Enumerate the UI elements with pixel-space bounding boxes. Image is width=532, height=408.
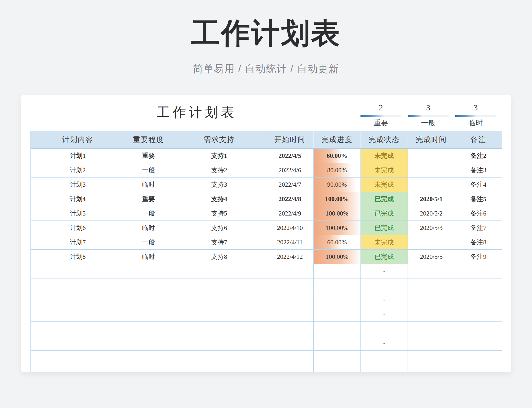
cell-priority[interactable] <box>125 336 172 351</box>
cell-start[interactable] <box>266 278 313 293</box>
cell-finish[interactable] <box>408 178 455 192</box>
cell-note[interactable] <box>455 365 502 372</box>
cell-progress[interactable] <box>313 293 360 307</box>
cell-finish[interactable] <box>408 235 455 250</box>
cell-note[interactable] <box>455 264 502 278</box>
cell-start[interactable] <box>266 307 313 322</box>
cell-plan[interactable]: 计划7 <box>31 235 125 250</box>
cell-finish[interactable] <box>408 293 455 307</box>
cell-status[interactable]: 未完成 <box>360 178 408 192</box>
cell-plan[interactable]: 计划6 <box>31 221 125 235</box>
cell-status[interactable]: 已完成 <box>360 192 408 206</box>
cell-priority[interactable]: 一般 <box>125 163 172 178</box>
cell-status[interactable]: 未完成 <box>360 235 408 250</box>
cell-start[interactable] <box>266 351 313 365</box>
cell-progress[interactable]: 100.00% <box>313 206 360 221</box>
cell-support[interactable]: 支持2 <box>172 163 266 178</box>
cell-status[interactable]: 未完成 <box>360 163 408 178</box>
cell-finish[interactable] <box>408 278 455 293</box>
cell-priority[interactable] <box>125 365 172 372</box>
cell-progress[interactable]: 80.00% <box>313 163 360 178</box>
cell-support[interactable] <box>172 264 266 278</box>
cell-note[interactable] <box>455 278 502 293</box>
cell-priority[interactable]: 一般 <box>125 235 172 250</box>
cell-priority[interactable] <box>125 307 172 322</box>
cell-note[interactable]: 备注8 <box>455 235 502 250</box>
cell-support[interactable]: 支持1 <box>172 149 266 163</box>
cell-priority[interactable] <box>125 264 172 278</box>
cell-support[interactable] <box>172 307 266 322</box>
cell-finish[interactable] <box>408 307 455 322</box>
cell-progress[interactable]: 100.00% <box>313 192 360 206</box>
cell-status[interactable]: - <box>360 264 408 278</box>
cell-start[interactable] <box>266 322 313 336</box>
cell-status[interactable]: 已完成 <box>360 250 408 264</box>
cell-plan[interactable]: 计划8 <box>31 250 125 264</box>
cell-priority[interactable] <box>125 293 172 307</box>
cell-plan[interactable] <box>31 278 125 293</box>
cell-start[interactable]: 2022/4/10 <box>266 221 313 235</box>
cell-plan[interactable]: 计划2 <box>31 163 125 178</box>
cell-status[interactable]: - <box>360 322 408 336</box>
cell-note[interactable] <box>455 307 502 322</box>
cell-note[interactable]: 备注5 <box>455 192 502 206</box>
cell-start[interactable]: 2022/4/5 <box>266 149 313 163</box>
cell-note[interactable]: 备注2 <box>455 149 502 163</box>
cell-note[interactable] <box>455 322 502 336</box>
cell-progress[interactable]: 60.00% <box>313 235 360 250</box>
cell-support[interactable] <box>172 293 266 307</box>
cell-note[interactable]: 备注4 <box>455 178 502 192</box>
cell-finish[interactable] <box>408 149 455 163</box>
cell-finish[interactable]: 2020/5/5 <box>408 250 455 264</box>
cell-progress[interactable]: 90.00% <box>313 178 360 192</box>
cell-note[interactable]: 备注9 <box>455 250 502 264</box>
cell-priority[interactable]: 临时 <box>125 221 172 235</box>
cell-status[interactable]: - <box>360 278 408 293</box>
cell-progress[interactable] <box>313 278 360 293</box>
cell-finish[interactable]: 2020/5/1 <box>408 192 455 206</box>
cell-start[interactable]: 2022/4/11 <box>266 235 313 250</box>
cell-start[interactable]: 2022/4/6 <box>266 163 313 178</box>
cell-status[interactable]: - <box>360 307 408 322</box>
cell-progress[interactable]: 100.00% <box>313 221 360 235</box>
cell-plan[interactable] <box>31 264 125 278</box>
cell-start[interactable]: 2022/4/12 <box>266 250 313 264</box>
cell-progress[interactable] <box>313 322 360 336</box>
cell-status[interactable]: - <box>360 365 408 372</box>
cell-plan[interactable]: 计划1 <box>31 149 125 163</box>
cell-note[interactable] <box>455 351 502 365</box>
cell-support[interactable]: 支持7 <box>172 235 266 250</box>
cell-progress[interactable] <box>313 307 360 322</box>
cell-support[interactable]: 支持5 <box>172 206 266 221</box>
cell-note[interactable] <box>455 293 502 307</box>
cell-status[interactable]: - <box>360 336 408 351</box>
cell-priority[interactable]: 重要 <box>125 192 172 206</box>
cell-start[interactable]: 2022/4/7 <box>266 178 313 192</box>
cell-support[interactable] <box>172 336 266 351</box>
cell-support[interactable] <box>172 322 266 336</box>
cell-finish[interactable]: 2020/5/2 <box>408 206 455 221</box>
cell-plan[interactable] <box>31 307 125 322</box>
cell-status[interactable]: - <box>360 293 408 307</box>
cell-start[interactable] <box>266 336 313 351</box>
cell-plan[interactable]: 计划3 <box>31 178 125 192</box>
cell-note[interactable] <box>455 336 502 351</box>
cell-plan[interactable] <box>31 336 125 351</box>
cell-start[interactable] <box>266 264 313 278</box>
cell-support[interactable] <box>172 365 266 372</box>
cell-support[interactable]: 支持6 <box>172 221 266 235</box>
cell-plan[interactable]: 计划5 <box>31 206 125 221</box>
cell-finish[interactable]: 2020/5/3 <box>408 221 455 235</box>
cell-priority[interactable]: 重要 <box>125 149 172 163</box>
cell-start[interactable] <box>266 365 313 372</box>
cell-plan[interactable] <box>31 351 125 365</box>
cell-support[interactable] <box>172 278 266 293</box>
cell-priority[interactable] <box>125 322 172 336</box>
cell-priority[interactable]: 一般 <box>125 206 172 221</box>
cell-status[interactable]: 已完成 <box>360 221 408 235</box>
cell-priority[interactable] <box>125 351 172 365</box>
cell-finish[interactable] <box>408 322 455 336</box>
cell-plan[interactable] <box>31 293 125 307</box>
cell-progress[interactable]: 100.00% <box>313 250 360 264</box>
cell-plan[interactable] <box>31 322 125 336</box>
